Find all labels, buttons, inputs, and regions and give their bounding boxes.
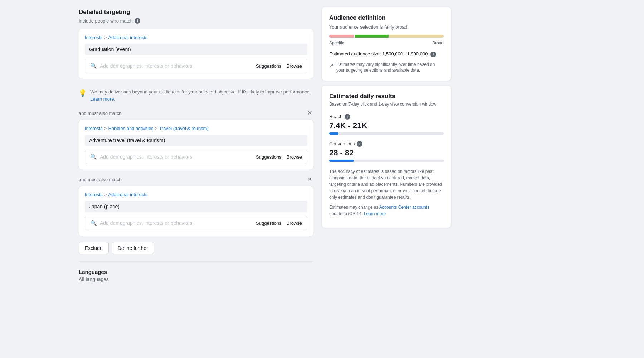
breadcrumb-interests-1[interactable]: Interests — [85, 35, 103, 40]
audience-card-title: Audience definition — [329, 14, 444, 21]
search-icon-1: 🔍 — [90, 63, 97, 69]
breadcrumb-travel[interactable]: Travel (travel & tourism) — [159, 126, 209, 131]
daily-results-subtitle: Based on 7-day click and 1-day view conv… — [329, 101, 444, 107]
reach-value: 7.4K - 21K — [329, 121, 444, 130]
est-note-box: ↗ Estimates may vary significantly over … — [329, 62, 444, 74]
broad-label: Broad — [432, 40, 444, 45]
and-must-match-label-1: and must also match — [79, 111, 122, 116]
tag-japan: Japan (place) — [85, 201, 307, 212]
est-note-text: Estimates may vary significantly over ti… — [336, 62, 444, 74]
breadcrumb-group-1: Interests > Additional interests — [85, 35, 307, 40]
conversions-progress-bar — [329, 160, 444, 162]
tag-adventure: Adventure travel (travel & tourism) — [85, 135, 307, 146]
hint-text: We may deliver ads beyond your audiences… — [90, 88, 313, 102]
audience-meter — [329, 35, 444, 38]
browse-btn-2[interactable]: Browse — [287, 154, 302, 160]
reach-info-icon[interactable]: i — [345, 114, 350, 120]
close-group-3[interactable]: ✕ — [306, 176, 313, 183]
languages-value: All languages — [79, 276, 313, 282]
breadcrumb-group-2: Interests > Hobbies and activities > Tra… — [85, 126, 307, 131]
breadcrumb-interests-2[interactable]: Interests — [85, 126, 103, 131]
breadcrumb-sep-3a: > — [104, 192, 107, 197]
reach-progress-bar — [329, 132, 444, 135]
est-note-icon: ↗ — [329, 62, 333, 69]
close-group-2[interactable]: ✕ — [306, 110, 313, 117]
suggestions-btn-3[interactable]: Suggestions — [256, 221, 282, 226]
breadcrumb-group-3: Interests > Additional interests — [85, 192, 307, 197]
reach-label: Reach i — [329, 114, 444, 120]
define-further-button[interactable]: Define further — [112, 242, 154, 254]
estimated-size: Estimated audience size: 1,500,000 - 1,8… — [329, 51, 444, 57]
search-bar-2[interactable]: 🔍 Add demographics, interests or behavio… — [85, 150, 307, 164]
browse-btn-1[interactable]: Browse — [287, 63, 302, 69]
search-icon-2: 🔍 — [90, 154, 97, 160]
targeting-group-2: Interests > Hobbies and activities > Tra… — [79, 120, 313, 170]
conversions-value: 28 - 82 — [329, 148, 444, 158]
breadcrumb-additional-interests-3[interactable]: Additional interests — [108, 192, 147, 197]
specific-label: Specific — [329, 40, 344, 45]
reach-progress-fill — [329, 132, 338, 135]
daily-results-title: Estimated daily results — [329, 93, 444, 100]
est-size-info-icon[interactable]: i — [430, 52, 436, 57]
accounts-center-link[interactable]: Accounts Center accounts — [379, 205, 429, 210]
languages-section: Languages All languages — [79, 261, 313, 282]
targeting-group-1: Interests > Additional interests Graduat… — [79, 29, 313, 79]
daily-results-card: Estimated daily results Based on 7-day c… — [322, 86, 451, 228]
breadcrumb-additional-interests-1[interactable]: Additional interests — [108, 35, 147, 40]
breadcrumb-interests-3[interactable]: Interests — [85, 192, 103, 197]
browse-btn-3[interactable]: Browse — [287, 221, 302, 226]
suggestions-btn-1[interactable]: Suggestions — [256, 63, 282, 69]
audience-description: Your audience selection is fairly broad. — [329, 24, 444, 30]
suggestions-btn-2[interactable]: Suggestions — [256, 154, 282, 160]
hint-icon: 💡 — [79, 88, 87, 98]
conversions-info-icon[interactable]: i — [357, 141, 362, 147]
breadcrumb-hobbies[interactable]: Hobbies and activities — [108, 126, 153, 131]
meter-labels: Specific Broad — [329, 40, 444, 45]
and-must-match-2: and must also match ✕ — [79, 176, 313, 183]
breadcrumb-sep-2a: > — [104, 126, 107, 131]
include-info-icon[interactable]: i — [135, 18, 140, 24]
breadcrumb-sep-1a: > — [104, 35, 107, 40]
search-placeholder-1: Add demographics, interests or behaviors — [100, 63, 253, 69]
breadcrumb-sep-2b: > — [155, 126, 158, 131]
search-placeholder-3: Add demographics, interests or behaviors — [100, 220, 253, 226]
learn-more-link[interactable]: Learn more — [364, 211, 386, 216]
section-title: Detailed targeting — [79, 9, 313, 16]
learn-more-hint[interactable]: Learn more. — [90, 96, 115, 102]
meter-specific — [329, 35, 354, 38]
hint-box: 💡 We may deliver ads beyond your audienc… — [79, 83, 313, 104]
and-must-match-1: and must also match ✕ — [79, 110, 313, 117]
and-must-match-label-2: and must also match — [79, 177, 122, 182]
include-people-label: Include people who match — [79, 18, 133, 24]
targeting-group-3: Interests > Additional interests Japan (… — [79, 186, 313, 236]
exclude-button[interactable]: Exclude — [79, 242, 109, 254]
meter-broad — [389, 35, 444, 38]
search-placeholder-2: Add demographics, interests or behaviors — [100, 154, 253, 160]
languages-title: Languages — [79, 269, 313, 275]
action-buttons: Exclude Define further — [79, 242, 313, 254]
conversions-label: Conversions i — [329, 141, 444, 147]
estimates-note: Estimates may change as Accounts Center … — [329, 204, 444, 217]
tag-graduation: Graduation (event) — [85, 44, 307, 55]
search-icon-3: 🔍 — [90, 220, 97, 226]
conversions-progress-fill — [329, 160, 354, 162]
search-bar-1[interactable]: 🔍 Add demographics, interests or behavio… — [85, 59, 307, 73]
accuracy-note: The accuracy of estimates is based on fa… — [329, 168, 444, 200]
meter-active — [355, 35, 389, 38]
search-bar-3[interactable]: 🔍 Add demographics, interests or behavio… — [85, 216, 307, 230]
audience-definition-card: Audience definition Your audience select… — [322, 7, 451, 81]
